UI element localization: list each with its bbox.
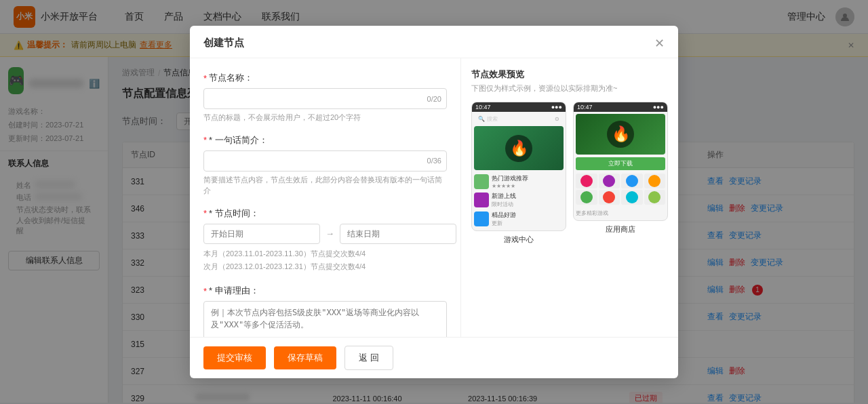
intro-char-count: 0/36 [427, 157, 441, 165]
grid-item4 [644, 174, 666, 188]
phone1-item3: 精品好游 更新 [474, 209, 564, 228]
item3-text: 精品好游 更新 [492, 211, 564, 227]
cancel-button[interactable]: 返 回 [344, 346, 393, 370]
reason-textarea-wrapper [203, 301, 447, 337]
grid-item2 [599, 174, 620, 188]
date-range: → 📅 [203, 224, 447, 244]
phone2-banner: 🔥 [576, 114, 665, 155]
avatar3 [474, 211, 489, 226]
phone1-banner: 🔥 [474, 126, 564, 170]
phone1-label: 游戏中心 [471, 235, 566, 245]
avatar1 [474, 174, 489, 189]
phone2-wrapper: 10:47●●● 🔥 立即下载 [573, 102, 668, 245]
intro-hint: 简要描述节点内容，节点生效后，此部分内容会替换现有版本的一句话简介 [203, 174, 447, 197]
form-group-intro: * * 一句话简介： 0/36 简要描述节点内容，节点生效后，此部分内容会替换现… [203, 134, 447, 197]
fire-icon: 🔥 [510, 140, 528, 157]
phone2-mockup: 10:47●●● 🔥 立即下载 [573, 102, 668, 221]
intro-label-text: * 一句话简介： [209, 134, 268, 146]
time-hint1: 本月（2023.11.01-2023.11.30）节点提交次数4/4 [203, 247, 447, 261]
fire-icon2: 🔥 [612, 125, 630, 143]
end-date-input[interactable] [340, 224, 456, 244]
phone2-grid [576, 172, 665, 206]
node-name-input[interactable] [203, 88, 447, 109]
modal-footer: 提交审核 保存草稿 返 回 [190, 337, 678, 378]
phone1-item1: 热门游戏推荐 ★★★★★ [474, 173, 564, 190]
required-asterisk3: * [203, 208, 207, 218]
name-field-label: * 节点名称： [203, 72, 447, 84]
grid-item5 [576, 190, 597, 205]
phone2-label: 应用商店 [573, 224, 668, 235]
avatar2 [474, 193, 489, 207]
label-text: 节点名称： [209, 72, 253, 84]
required-asterisk2: * [203, 135, 207, 145]
name-input-wrapper: 0/20 [203, 88, 447, 109]
time-label-text: * 节点时间： [209, 207, 259, 220]
form-group-reason: * * 申请理由： 请填写真实的节点背景和效果预期以供运营人员参考，不超过200… [203, 285, 447, 337]
create-node-modal: 创建节点 ✕ * 节点名称： 0/20 节点的标题，不会展示给用户，不超过20个… [190, 26, 678, 378]
item1-title: 热门游戏推荐 [492, 174, 564, 183]
modal-form: * 节点名称： 0/20 节点的标题，不会展示给用户，不超过20个字符 * * … [190, 58, 461, 337]
name-hint: 节点的标题，不会展示给用户，不超过20个字符 [203, 112, 447, 123]
grid-item6 [599, 190, 620, 205]
item2-sub: 限时活动 [492, 201, 564, 208]
grid-item8 [644, 190, 666, 205]
phone2-statusbar: 10:47●●● [574, 102, 667, 112]
phone1-search: 🔍 搜索 ⊙ [474, 114, 564, 124]
item2-text: 新游上线 限时活动 [492, 192, 564, 208]
form-group-name: * 节点名称： 0/20 节点的标题，不会展示给用户，不超过20个字符 [203, 72, 447, 123]
item3-title: 精品好游 [492, 211, 564, 220]
grid-item7 [621, 190, 643, 205]
reason-field-label: * * 申请理由： [203, 285, 447, 297]
date-arrow: → [326, 228, 334, 239]
item2-title: 新游上线 [492, 192, 564, 201]
intro-input-wrapper: 0/36 [203, 150, 447, 171]
form-group-time: * * 节点时间： → 📅 本月（2023.11.01-2023.11.30）节… [203, 207, 447, 275]
modal-close-button[interactable]: ✕ [654, 37, 665, 49]
phone2-content: 🔥 立即下载 [574, 112, 667, 220]
intro-field-label: * * 一句话简介： [203, 134, 447, 146]
modal-body: * 节点名称： 0/20 节点的标题，不会展示给用户，不超过20个字符 * * … [190, 58, 678, 337]
start-date-input[interactable] [203, 224, 320, 244]
phone1-content: 🔍 搜索 ⊙ 🔥 [472, 112, 566, 230]
submit-review-button[interactable]: 提交审核 [203, 346, 266, 369]
phone2-footer-text: 更多精彩游戏 [576, 208, 665, 218]
name-char-count: 0/20 [427, 95, 441, 103]
item3-sub: 更新 [492, 220, 564, 227]
banner-icon1: 🔥 [505, 135, 532, 162]
preview-phones: 10:47●●● 🔍 搜索 ⊙ [471, 102, 668, 245]
preview-title: 节点效果预览 [471, 68, 668, 81]
reason-textarea[interactable] [203, 301, 447, 337]
required-asterisk: * [203, 73, 207, 83]
item1-sub: ★★★★★ [492, 183, 564, 189]
preview-subtitle: 下图仅为样式示例，资源位以实际排期为准~ [471, 83, 668, 94]
date-hint: 本月（2023.11.01-2023.11.30）节点提交次数4/4 次月（20… [203, 247, 447, 275]
save-draft-button[interactable]: 保存草稿 [274, 346, 336, 369]
intro-input[interactable] [203, 150, 447, 171]
grid-item3 [621, 174, 643, 188]
grid-item1 [576, 174, 597, 188]
time-field-label: * * 节点时间： [203, 207, 447, 220]
modal-preview: 节点效果预览 下图仅为样式示例，资源位以实际排期为准~ 10:47●●● [461, 58, 678, 337]
phone1-wrapper: 10:47●●● 🔍 搜索 ⊙ [471, 102, 566, 245]
modal-header: 创建节点 ✕ [190, 26, 678, 58]
reason-label-text: * 申请理由： [209, 285, 259, 297]
phone1-item2: 新游上线 限时活动 [474, 190, 564, 209]
required-asterisk4: * [203, 286, 207, 296]
banner-icon2: 🔥 [607, 121, 634, 148]
phone1-mockup: 10:47●●● 🔍 搜索 ⊙ [471, 102, 566, 231]
phone1-statusbar: 10:47●●● [472, 102, 566, 112]
modal-overlay: 创建节点 ✕ * 节点名称： 0/20 节点的标题，不会展示给用户，不超过20个… [0, 0, 868, 403]
modal-title: 创建节点 [203, 37, 244, 49]
phone2-cta: 立即下载 [576, 157, 665, 170]
time-hint2: 次月（2023.12.01-2023.12.31）节点提交次数4/4 [203, 260, 447, 274]
item1-text: 热门游戏推荐 ★★★★★ [492, 174, 564, 189]
